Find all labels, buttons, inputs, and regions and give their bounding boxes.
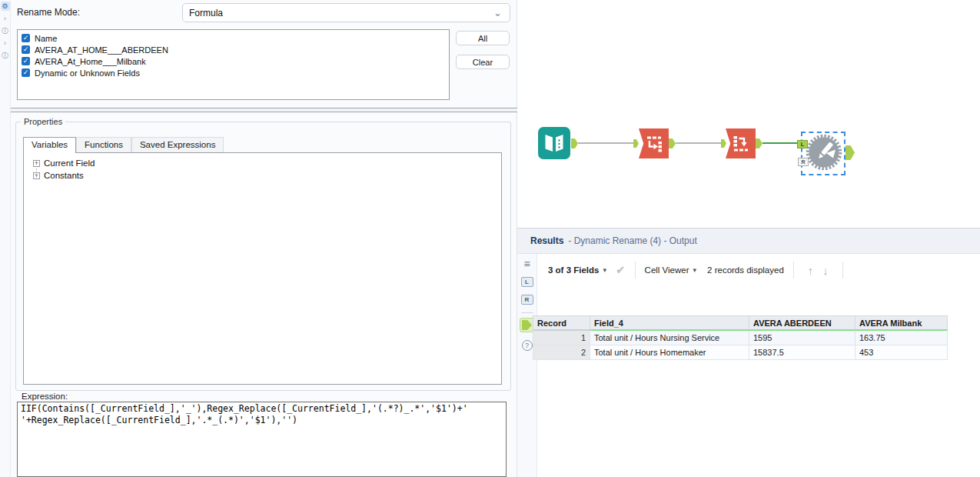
record-number-cell[interactable]: 1 — [533, 331, 590, 345]
field-list: ✓ Name ✓ AVERA_AT_HOME___ABERDEEN ✓ AVER… — [17, 29, 450, 100]
caret-down-icon[interactable]: ▾ — [603, 266, 606, 274]
rename-mode-select[interactable]: Formula ⌄ — [182, 3, 510, 22]
field-label: AVERA_AT_HOME___ABERDEEN — [35, 45, 168, 55]
rename-mode-label: Rename Mode: — [17, 7, 80, 18]
cell-viewer-dropdown[interactable]: Cell Viewer — [645, 265, 689, 275]
caret-down-icon[interactable]: ▾ — [693, 266, 697, 274]
table-cell[interactable]: 453 — [855, 345, 948, 360]
table-cell[interactable]: Total unit / Hours Nursing Service — [590, 331, 749, 345]
checkbox-checked-icon[interactable]: ✓ — [22, 68, 30, 77]
gear-icon[interactable]: ⚙ — [1, 2, 10, 11]
results-anchor-strip: ≡ L R ? — [517, 254, 537, 477]
properties-legend: Properties — [21, 117, 65, 126]
checkbox-checked-icon[interactable]: ✓ — [22, 57, 30, 65]
expression-label: Expression: — [22, 392, 68, 401]
strip-divider — [521, 312, 533, 313]
horizontal-splitter[interactable] — [11, 108, 517, 112]
properties-tabs: Variables Functions Saved Expressions — [23, 135, 224, 152]
column-header-field4[interactable]: Field_4 — [590, 315, 749, 331]
results-body: ≡ L R ? 3 of 3 Fields ▾ ✔ Cell Viewer ▾ … — [517, 254, 980, 477]
connection-wire[interactable] — [676, 142, 721, 144]
output-anchor-icon — [522, 320, 532, 330]
config-tool-strip: ⚙ › ⓘ › ⓘ — [0, 0, 11, 477]
fields-summary-dropdown[interactable]: 3 of 3 Fields — [548, 265, 599, 275]
rename-mode-value: Formula — [189, 8, 223, 18]
table-cell[interactable]: 1595 — [749, 331, 855, 345]
field-row-aberdeen[interactable]: ✓ AVERA_AT_HOME___ABERDEEN — [22, 44, 449, 55]
table-cell[interactable]: Total unit / Hours Homemaker — [590, 345, 749, 360]
input-data-tool[interactable] — [538, 127, 570, 159]
tree-item-label: Current Field — [44, 158, 95, 168]
left-input-anchor[interactable]: L — [797, 140, 808, 148]
field-row-dynamic[interactable]: ✓ Dynamic or Unknown Fields — [22, 67, 449, 78]
configuration-panel: ⚙ › ⓘ › ⓘ Rename Mode: Formula ⌄ ✓ Name … — [0, 0, 517, 477]
output-anchor[interactable] — [845, 145, 855, 160]
alteryx-designer-window: ⚙ › ⓘ › ⓘ Rename Mode: Formula ⌄ ✓ Name … — [0, 0, 980, 477]
toolbar-divider — [842, 262, 843, 279]
results-table: Record Field_4 AVERA ABERDEEN AVERA Milb… — [533, 315, 948, 360]
tab-saved-expressions[interactable]: Saved Expressions — [131, 137, 224, 152]
results-toolbar: 3 of 3 Fields ▾ ✔ Cell Viewer ▾ 2 record… — [537, 254, 980, 286]
chevron-down-icon: ⌄ — [493, 9, 502, 17]
connection-wire[interactable] — [578, 142, 633, 144]
checkbox-checked-icon[interactable]: ✓ — [22, 34, 30, 42]
dynamic-rename-tool-icon — [806, 134, 842, 171]
toolbar-divider — [793, 262, 794, 279]
arrow-down-icon[interactable]: ↓ — [822, 264, 829, 277]
results-header: Results - Dynamic Rename (4) - Output — [517, 228, 980, 254]
input-anchor[interactable] — [633, 139, 639, 148]
column-header-avera-milbank[interactable]: AVERA Milbank — [855, 315, 948, 331]
field-label: AVERA_At_Home___Milbank — [35, 57, 146, 66]
results-pane: Results - Dynamic Rename (4) - Output ≡ … — [517, 228, 980, 477]
right-input-anchor[interactable]: R — [798, 158, 809, 166]
tree-connector — [36, 168, 37, 178]
tree-item-constants[interactable]: + Constants — [33, 169, 501, 182]
clear-button[interactable]: Clear — [456, 55, 510, 69]
workflow-canvas[interactable]: L R — [517, 0, 980, 228]
help-icon[interactable]: ? — [522, 340, 533, 351]
metadata-list-icon[interactable]: ≡ — [523, 259, 530, 269]
output-anchor[interactable] — [571, 138, 578, 148]
chevron-right-icon[interactable]: › — [1, 38, 10, 48]
field-row-milbank[interactable]: ✓ AVERA_At_Home___Milbank — [22, 55, 449, 67]
arrow-up-icon[interactable]: ↑ — [808, 264, 814, 277]
column-header-avera-aberdeen[interactable]: AVERA ABERDEEN — [749, 315, 855, 331]
output-anchor[interactable] — [669, 138, 676, 148]
column-header-record[interactable]: Record — [533, 315, 590, 331]
records-displayed-label: 2 records displayed — [707, 265, 784, 275]
variables-tree: + Current Field + Constants — [23, 152, 502, 385]
all-button[interactable]: All — [456, 31, 510, 45]
dynamic-rename-tool[interactable] — [806, 134, 842, 174]
tab-functions[interactable]: Functions — [76, 137, 131, 152]
info-circle-icon[interactable]: ⓘ — [1, 26, 10, 35]
results-title: Results — [530, 235, 563, 246]
table-cell[interactable]: 163.75 — [855, 331, 948, 345]
checkbox-checked-icon[interactable]: ✓ — [22, 45, 30, 54]
results-subtitle: - Dynamic Rename (4) - Output — [568, 235, 696, 246]
tree-item-label: Constants — [44, 171, 84, 180]
transpose-tool-icon — [639, 128, 669, 158]
expression-input[interactable]: IIF(Contains([_CurrentField_],'_'),Regex… — [17, 402, 507, 477]
field-row-name[interactable]: ✓ Name — [22, 32, 449, 44]
record-number-cell[interactable]: 2 — [533, 345, 590, 360]
field-label: Dynamic or Unknown Fields — [35, 68, 140, 78]
right-input-anchor-button[interactable]: R — [521, 295, 533, 305]
output-anchor[interactable] — [756, 138, 762, 148]
input-data-tool-icon — [538, 127, 570, 159]
left-input-anchor-button[interactable]: L — [521, 277, 533, 287]
expand-plus-icon[interactable]: + — [33, 160, 40, 167]
chevron-right-icon[interactable]: › — [1, 14, 10, 23]
tree-item-current-field[interactable]: + Current Field — [33, 157, 501, 169]
toolbar-divider — [635, 262, 636, 279]
info-circle-icon[interactable]: ⓘ — [1, 51, 10, 60]
connection-wire-green[interactable] — [762, 142, 798, 144]
crosstab-tool[interactable] — [726, 128, 756, 158]
apply-check-icon[interactable]: ✔ — [616, 263, 626, 277]
transpose-tool[interactable] — [639, 128, 669, 158]
table-cell[interactable]: 15837.5 — [749, 345, 855, 360]
field-label: Name — [35, 34, 57, 43]
crosstab-tool-icon — [726, 128, 756, 158]
tab-variables[interactable]: Variables — [23, 137, 76, 153]
